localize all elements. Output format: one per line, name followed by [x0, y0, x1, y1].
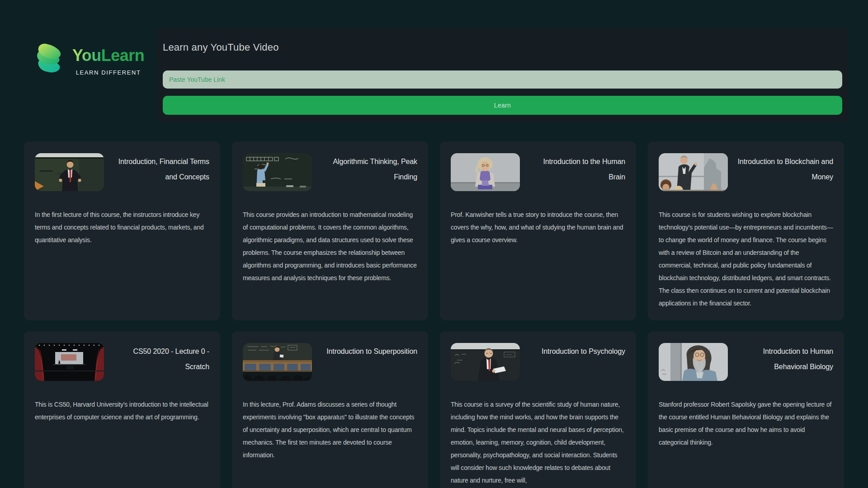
- course-title: Introduction to Blockchain and Money: [736, 154, 833, 185]
- brain-lecture-thumbnail: [451, 153, 520, 191]
- youtube-link-input[interactable]: [163, 70, 842, 89]
- course-title: Introduction to Superposition: [320, 344, 417, 359]
- app-name-learn: Learn: [101, 46, 145, 65]
- financial-lecture-thumbnail: [35, 153, 104, 191]
- app-name-you: You: [72, 46, 101, 65]
- course-description: This course is a survey of the scientifi…: [451, 398, 625, 487]
- hero-title: Learn any YouTube Video: [163, 42, 842, 53]
- course-card[interactable]: Introduction to Human Behavioral Biology…: [648, 331, 844, 488]
- course-description: Stanford professor Robert Sapolsky gave …: [659, 398, 833, 449]
- course-title: Algorithmic Thinking, Peak Finding: [320, 154, 417, 185]
- course-card-head: Introduction to Psychology: [451, 343, 625, 381]
- course-card[interactable]: CS50 2020 - Lecture 0 - Scratch This is …: [24, 331, 220, 488]
- app-tagline: LEARN DIFFERENT: [76, 69, 141, 76]
- behavioral-biology-lecture-thumbnail: [659, 343, 728, 381]
- course-card-head: Introduction to the Human Brain: [451, 153, 625, 191]
- course-title: Introduction to Psychology: [528, 344, 625, 359]
- course-card-head: Algorithmic Thinking, Peak Finding: [243, 153, 417, 191]
- course-description: This course provides an introduction to …: [243, 208, 417, 284]
- course-title: CS50 2020 - Lecture 0 - Scratch: [112, 344, 209, 375]
- top-row: YouLearn LEARN DIFFERENT Learn any YouTu…: [0, 0, 868, 122]
- course-card-head: CS50 2020 - Lecture 0 - Scratch: [35, 343, 209, 381]
- course-card[interactable]: Introduction to Psychology This course i…: [440, 331, 636, 488]
- course-grid: Introduction, Financial Terms and Concep…: [0, 122, 868, 488]
- blockchain-lecture-thumbnail: [659, 153, 728, 191]
- course-description: In the first lecture of this course, the…: [35, 208, 209, 246]
- app-name: YouLearn: [72, 47, 144, 64]
- stacked-green-petals-icon: [35, 42, 69, 80]
- superposition-lecture-thumbnail: [243, 343, 312, 381]
- course-card[interactable]: Introduction, Financial Terms and Concep…: [24, 141, 220, 320]
- course-description: This is CS50, Harvard University's intro…: [35, 398, 209, 423]
- course-card[interactable]: Algorithmic Thinking, Peak Finding This …: [232, 141, 428, 320]
- course-description: Prof. Kanwisher tells a true story to in…: [451, 208, 625, 246]
- learn-button[interactable]: Learn: [163, 96, 842, 115]
- app-logo: YouLearn LEARN DIFFERENT: [35, 42, 142, 80]
- hero-card: Learn any YouTube Video Learn: [156, 28, 849, 122]
- course-description: In this lecture, Prof. Adams discusses a…: [243, 398, 417, 461]
- course-description: This course is for students wishing to e…: [659, 208, 833, 310]
- course-card-head: Introduction to Blockchain and Money: [659, 153, 833, 191]
- course-card-head: Introduction to Superposition: [243, 343, 417, 381]
- cs50-stage-thumbnail: [35, 343, 104, 381]
- course-title: Introduction to Human Behavioral Biology: [736, 344, 833, 375]
- course-card[interactable]: Introduction to the Human Brain Prof. Ka…: [440, 141, 636, 320]
- algorithms-lecture-thumbnail: [243, 153, 312, 191]
- course-card-head: Introduction, Financial Terms and Concep…: [35, 153, 209, 191]
- psychology-lecture-thumbnail: [451, 343, 520, 381]
- course-card[interactable]: Introduction to Superposition In this le…: [232, 331, 428, 488]
- course-card[interactable]: Introduction to Blockchain and Money Thi…: [648, 141, 844, 320]
- course-card-head: Introduction to Human Behavioral Biology: [659, 343, 833, 381]
- course-title: Introduction to the Human Brain: [528, 154, 625, 185]
- course-title: Introduction, Financial Terms and Concep…: [112, 154, 209, 185]
